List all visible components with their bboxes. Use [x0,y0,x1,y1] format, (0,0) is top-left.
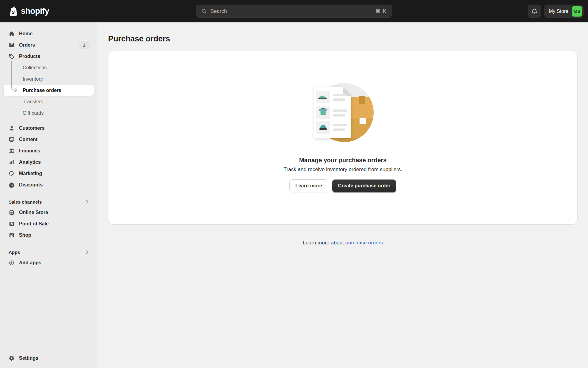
sidebar-item-label: Finances [19,148,40,154]
footer-help-prefix: Learn more about [303,240,345,246]
sidebar-item-label: Gift cards [23,110,43,116]
create-purchase-order-button[interactable]: Create purchase order [332,179,397,192]
sidebar-item-label: Customers [19,125,45,131]
empty-state-card: Manage your purchase orders Track and re… [108,51,578,224]
search-shortcut: ⌘ K [375,8,387,14]
sidebar-item-orders[interactable]: Orders 1 [4,39,94,51]
sidebar-item-purchase-orders[interactable]: Purchase orders [4,85,94,96]
sidebar-item-finances[interactable]: Finances [4,145,94,156]
footer-help-line: Learn more about purchase orders [108,240,578,246]
store-avatar: MS [572,6,582,17]
empty-state-actions: Learn more Create purchase order [289,179,397,192]
sidebar-item-label: Shop [19,232,31,238]
sidebar-item-label: Analytics [19,159,41,165]
discounts-icon [9,182,15,188]
sidebar-item-point-of-sale[interactable]: S Point of Sale [4,218,94,229]
orders-icon [9,42,15,48]
sidebar-item-label: Online Store [19,210,48,215]
analytics-icon [9,159,15,165]
plus-circle-icon [9,260,15,266]
main-content: Purchase orders [98,0,588,246]
sidebar-item-label: Content [19,137,37,142]
sidebar-item-transfers[interactable]: Transfers [4,96,94,107]
store-name: My Store [549,9,568,14]
search-input[interactable]: Search ⌘ K [196,5,392,18]
sidebar-item-label: Purchase orders [23,88,61,93]
bell-icon [531,8,538,15]
svg-text:S: S [11,223,13,225]
marketing-icon [9,171,15,177]
sidebar-item-label: Settings [19,355,38,361]
sidebar-item-label: Inventory [23,76,43,82]
sidebar-item-label: Orders [19,42,35,48]
gear-icon [9,355,15,361]
sidebar-item-content[interactable]: Content [4,134,94,145]
sidebar-item-collections[interactable]: Collections [4,62,94,73]
sidebar-item-label: Collections [23,65,47,71]
sidebar-item-home[interactable]: Home [4,28,94,39]
sidebar-item-label: Home [19,31,32,36]
shopify-bag-icon: S [8,6,18,17]
purchase-orders-link[interactable]: purchase orders [345,240,383,246]
shop-icon [9,232,15,238]
topbar-actions: My Store MS [528,5,584,18]
shopify-logo[interactable]: S shopify [8,6,49,17]
empty-state-heading: Manage your purchase orders [299,157,387,164]
chevron-right-icon [84,199,90,205]
purchase-orders-illustration [312,82,374,143]
search-icon [201,8,207,14]
notifications-button[interactable] [528,5,541,18]
sidebar: Home Orders 1 Products Collections Inven… [0,22,98,368]
sidebar-item-discounts[interactable]: Discounts [4,179,94,190]
sidebar-item-products[interactable]: Products [4,51,94,62]
content-icon [9,136,15,143]
home-icon [9,31,15,37]
customers-icon [9,125,15,131]
orders-count-badge: 1 [79,40,90,49]
sidebar-item-label: Marketing [19,171,42,176]
topbar: S shopify Search ⌘ K My Store MS [0,0,588,22]
apps-header[interactable]: Apps [4,247,94,257]
finances-icon [9,148,15,154]
learn-more-button[interactable]: Learn more [289,179,328,192]
sidebar-item-customers[interactable]: Customers [4,122,94,134]
sidebar-item-label: Transfers [23,99,43,105]
sales-channels-header[interactable]: Sales channels [4,197,94,207]
point-of-sale-icon: S [9,221,15,227]
svg-text:S: S [12,10,15,15]
search-placeholder: Search [210,8,227,14]
sidebar-item-label: Point of Sale [19,221,49,227]
chevron-right-icon [84,249,90,255]
sidebar-item-label: Discounts [19,182,43,188]
sidebar-item-gift-cards[interactable]: Gift cards [4,107,94,119]
sidebar-item-label: Add apps [19,260,41,266]
sidebar-item-analytics[interactable]: Analytics [4,156,94,168]
page-title: Purchase orders [108,34,578,44]
products-tag-icon [9,53,15,59]
sidebar-item-inventory[interactable]: Inventory [4,73,94,85]
sidebar-item-settings[interactable]: Settings [4,352,94,364]
empty-state-subtext: Track and receive inventory ordered from… [284,167,402,173]
sidebar-item-marketing[interactable]: Marketing [4,168,94,179]
store-menu-button[interactable]: My Store MS [544,5,584,18]
sidebar-item-label: Products [19,54,40,59]
sidebar-item-shop[interactable]: Shop [4,229,94,241]
online-store-icon [9,209,15,216]
logo-wordmark: shopify [21,6,49,16]
sidebar-item-add-apps[interactable]: Add apps [4,257,94,268]
sidebar-item-online-store[interactable]: Online Store [4,207,94,218]
